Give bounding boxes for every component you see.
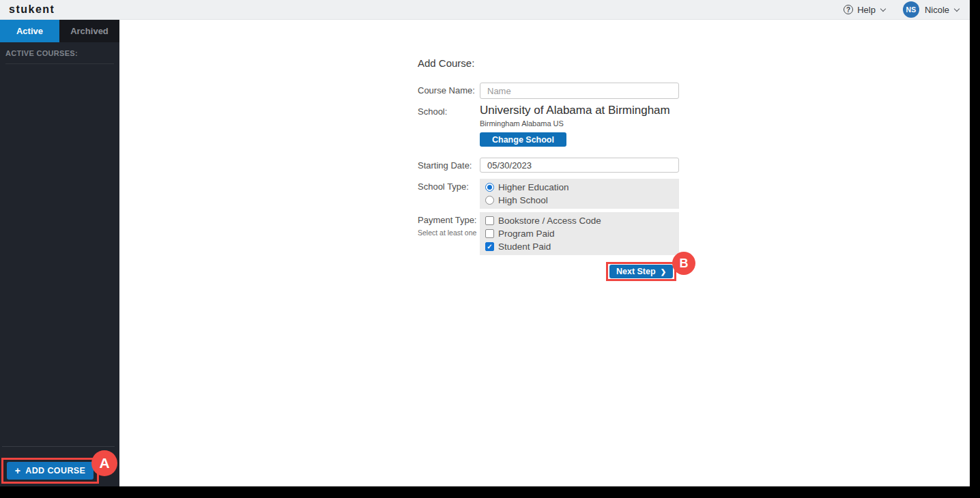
checkbox-label: Program Paid xyxy=(498,228,555,240)
radio-label: Higher Education xyxy=(498,181,569,194)
checkbox-student-paid[interactable]: Student Paid xyxy=(485,240,674,253)
radio-unselected-icon xyxy=(485,196,494,205)
chevron-down-icon xyxy=(880,5,886,11)
annotation-box-b: Next Step ❯ B xyxy=(606,262,676,281)
starting-date-label: Starting Date: xyxy=(418,158,480,173)
school-row: School: University of Alabama at Birming… xyxy=(418,104,679,147)
checkbox-label: Student Paid xyxy=(498,241,551,253)
add-course-button[interactable]: + ADD COURSE xyxy=(7,462,93,480)
top-bar-right: ? Help NS Nicole xyxy=(844,1,959,18)
change-school-button[interactable]: Change School xyxy=(480,132,566,147)
course-name-label: Course Name: xyxy=(418,83,480,99)
courses-sidebar: Active Archived ACTIVE COURSES: + ADD CO… xyxy=(0,20,119,486)
school-type-row: School Type: Higher Education High Schoo… xyxy=(418,179,679,209)
payment-type-hint: Select at least one xyxy=(418,229,480,237)
annotation-badge-a: A xyxy=(91,450,117,476)
school-type-label: School Type: xyxy=(418,179,480,209)
chevron-right-icon: ❯ xyxy=(661,268,666,276)
school-type-options: Higher Education High School xyxy=(480,179,679,209)
help-question-icon: ? xyxy=(844,5,853,14)
payment-type-label: Payment Type: xyxy=(418,215,480,225)
avatar: NS xyxy=(903,1,919,18)
sidebar-tabs: Active Archived xyxy=(0,20,119,42)
checkbox-program-paid[interactable]: Program Paid xyxy=(485,227,674,240)
payment-type-label-cell: Payment Type: Select at least one xyxy=(418,212,480,255)
checkbox-unchecked-icon xyxy=(485,229,494,238)
add-course-label: ADD COURSE xyxy=(25,466,85,475)
screenshot-frame: stukent ? Help NS Nicole Active Archived xyxy=(0,0,980,498)
starting-date-row: Starting Date: xyxy=(418,158,679,173)
next-step-button[interactable]: Next Step ❯ xyxy=(609,265,673,278)
main-content: Add Course: Course Name: School: Univers… xyxy=(119,20,970,486)
checkbox-bookstore-access-code[interactable]: Bookstore / Access Code xyxy=(485,214,674,227)
checkbox-label: Bookstore / Access Code xyxy=(498,215,601,227)
annotation-badge-b: B xyxy=(672,252,695,275)
add-course-form: Add Course: Course Name: School: Univers… xyxy=(418,57,679,281)
annotation-box-a: + ADD COURSE A xyxy=(1,458,99,484)
plus-icon: + xyxy=(15,465,21,476)
school-location: Birmingham Alabama US xyxy=(480,119,679,128)
checkbox-unchecked-icon xyxy=(485,216,494,225)
next-step-label: Next Step xyxy=(616,267,656,276)
active-courses-label: ACTIVE COURSES: xyxy=(5,49,114,64)
school-name: University of Alabama at Birmingham xyxy=(480,104,679,117)
tab-archived[interactable]: Archived xyxy=(59,20,119,42)
radio-selected-icon xyxy=(485,183,494,192)
checkbox-checked-icon xyxy=(485,242,494,251)
active-courses-section: ACTIVE COURSES: xyxy=(0,42,119,64)
radio-high-school[interactable]: High School xyxy=(485,194,674,207)
app-window: stukent ? Help NS Nicole Active Archived xyxy=(0,0,970,486)
payment-type-options: Bookstore / Access Code Program Paid Stu… xyxy=(480,212,679,255)
user-name: Nicole xyxy=(925,5,949,15)
chevron-down-icon xyxy=(954,5,960,11)
school-label: School: xyxy=(418,104,480,147)
starting-date-input[interactable] xyxy=(480,158,679,173)
top-bar: stukent ? Help NS Nicole xyxy=(0,0,970,20)
user-menu[interactable]: NS Nicole xyxy=(903,1,959,18)
radio-label: High School xyxy=(498,194,548,207)
radio-higher-education[interactable]: Higher Education xyxy=(485,181,674,194)
course-name-input[interactable] xyxy=(480,83,679,99)
payment-type-row: Payment Type: Select at least one Bookst… xyxy=(418,212,679,255)
help-menu[interactable]: ? Help xyxy=(844,5,885,15)
course-name-row: Course Name: xyxy=(418,83,679,99)
tab-active[interactable]: Active xyxy=(0,20,59,42)
stukent-logo[interactable]: stukent xyxy=(9,3,55,16)
next-step-row: Next Step ❯ B xyxy=(418,262,679,281)
help-label: Help xyxy=(857,5,876,15)
form-heading: Add Course: xyxy=(418,57,679,70)
sidebar-divider xyxy=(2,446,115,447)
